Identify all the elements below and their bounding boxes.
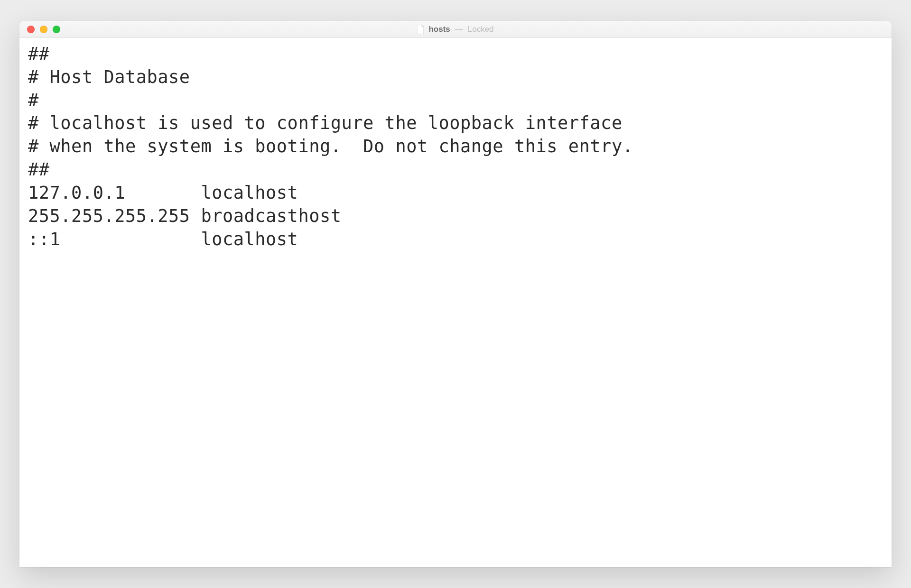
title-status: Locked (468, 25, 494, 34)
text-editor-window: hosts — Locked ## # Host Database # # lo… (19, 21, 892, 567)
window-controls (19, 26, 60, 33)
file-content[interactable]: ## # Host Database # # localhost is used… (19, 38, 892, 567)
zoom-button[interactable] (53, 26, 60, 33)
minimize-button[interactable] (40, 26, 47, 33)
window-title: hosts — Locked (19, 25, 892, 34)
window-titlebar[interactable]: hosts — Locked (19, 21, 892, 38)
title-filename: hosts (428, 25, 450, 34)
close-button[interactable] (27, 26, 35, 33)
document-icon (417, 25, 425, 34)
title-separator: — (455, 25, 463, 34)
